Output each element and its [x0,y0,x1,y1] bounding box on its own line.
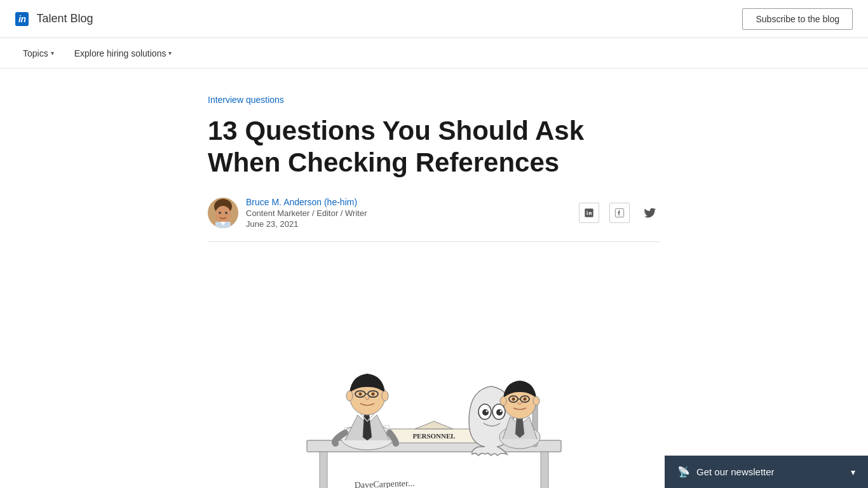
main-nav: Topics ▾ Explore hiring solutions ▾ [0,38,868,69]
article-title: 13 Questions You Should Ask When Checkin… [208,115,660,179]
svg-point-27 [372,392,375,395]
svg-point-32 [482,409,489,416]
svg-text:PERSONNEL: PERSONNEL [412,432,455,440]
newsletter-bar-left: 📡 Get our newsletter [677,466,775,478]
article-image-area: PERSONNEL [208,262,660,488]
svg-point-4 [225,212,227,214]
newsletter-bar[interactable]: 📡 Get our newsletter ▾ [665,456,868,488]
svg-point-28 [346,391,353,401]
svg-point-35 [500,410,502,412]
svg-rect-11 [320,452,327,488]
linkedin-logo-box: in [15,12,29,26]
svg-point-46 [500,396,506,405]
svg-point-43 [512,397,515,400]
author-name-link[interactable]: Bruce M. Anderson (he-him) [246,197,367,207]
facebook-share-icon [614,208,625,218]
subscribe-button[interactable]: Subscribe to the blog [742,8,853,30]
rss-icon: 📡 [677,466,690,478]
svg-point-2 [215,206,231,222]
svg-text:DaveCarpenter...: DaveCarpenter... [355,478,415,488]
topics-menu[interactable]: Topics ▾ [15,43,62,64]
newsletter-label: Get our newsletter [696,466,775,477]
cartoon-illustration: PERSONNEL [269,262,599,488]
svg-rect-12 [541,452,548,488]
svg-point-3 [219,212,221,214]
svg-point-26 [359,392,362,395]
category-link[interactable]: Interview questions [208,95,284,105]
author-left: Bruce M. Anderson (he-him) Content Marke… [208,197,367,229]
author-role: Content Marketer / Editor / Writer [246,208,367,218]
author-date: June 23, 2021 [246,219,367,229]
explore-chevron-icon: ▾ [168,50,172,57]
facebook-share-button[interactable] [609,203,630,223]
avatar-image [208,198,238,228]
svg-point-44 [524,397,527,400]
main-content: Interview questions 13 Questions You Sho… [193,69,675,488]
site-header: in Talent Blog Subscribe to the blog [0,0,868,38]
explore-label: Explore hiring solutions [74,48,166,58]
author-info: Bruce M. Anderson (he-him) Content Marke… [246,197,367,229]
twitter-share-icon [643,206,657,220]
social-icons [579,203,660,223]
blog-title: Talent Blog [36,12,93,25]
svg-point-45 [533,396,539,405]
newsletter-chevron-icon: ▾ [851,467,855,477]
topics-label: Topics [23,48,48,58]
linkedin-in-text: in [18,14,25,24]
topics-chevron-icon: ▾ [51,50,54,57]
author-row: Bruce M. Anderson (he-him) Content Marke… [208,197,660,242]
svg-point-29 [382,391,388,401]
linkedin-share-button[interactable] [579,203,599,223]
twitter-share-button[interactable] [640,203,660,223]
svg-rect-9 [269,262,599,488]
header-left: in Talent Blog [15,12,93,26]
explore-solutions-menu[interactable]: Explore hiring solutions ▾ [67,43,180,64]
linkedin-logo[interactable]: in [15,12,29,26]
svg-point-33 [496,409,503,416]
cartoon-svg: PERSONNEL [269,262,599,488]
linkedin-share-icon [584,208,594,218]
svg-point-34 [486,410,488,412]
avatar [208,198,238,228]
